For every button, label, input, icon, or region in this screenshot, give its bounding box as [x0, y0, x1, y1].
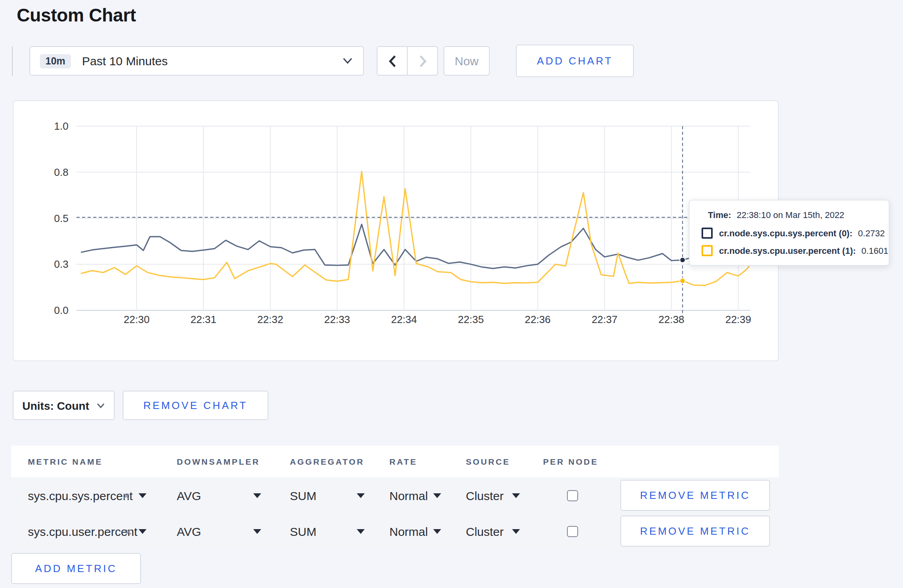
svg-text:1.0: 1.0	[54, 120, 68, 132]
chevron-left-icon	[388, 55, 396, 67]
metrics-table-rows: sys.cpu.sys.percent × AVG SUM Normal Clu…	[11, 477, 779, 549]
source-caret-icon[interactable]	[512, 529, 520, 533]
svg-text:22:37: 22:37	[592, 313, 618, 325]
units-select-label: Units: Count	[22, 399, 89, 412]
chart-crosshair	[76, 126, 751, 316]
page-title: Custom Chart	[17, 5, 136, 26]
rate-value[interactable]: Normal	[389, 524, 428, 538]
svg-text:22:31: 22:31	[190, 313, 216, 325]
rate-caret-icon[interactable]	[433, 529, 441, 533]
tooltip-series-value: 0.1601	[862, 246, 888, 255]
chart-tooltip: Time: 22:38:10 on Mar 15th, 2022 cr.node…	[689, 200, 889, 266]
remove-chart-button[interactable]: REMOVE CHART	[123, 391, 268, 420]
svg-text:22:32: 22:32	[257, 313, 283, 325]
tooltip-time-label: Time:	[708, 210, 731, 220]
svg-text:0.5: 0.5	[54, 212, 68, 224]
per-node-checkbox[interactable]	[567, 526, 578, 537]
chevron-down-icon	[96, 402, 105, 409]
metric-name-caret-icon[interactable]	[139, 529, 147, 533]
series-line-1	[81, 171, 749, 286]
chevron-down-icon	[342, 57, 353, 64]
time-window-badge: 10m	[40, 54, 71, 68]
chart-series	[81, 171, 749, 286]
svg-text:22:30: 22:30	[124, 313, 150, 325]
time-backward-button[interactable]	[377, 47, 407, 75]
remove-metric-button[interactable]: REMOVE METRIC	[620, 516, 770, 547]
header-source: SOURCE	[466, 457, 510, 466]
time-nav-group	[377, 46, 438, 76]
tooltip-series-value: 0.2732	[858, 228, 885, 238]
svg-text:22:34: 22:34	[391, 313, 417, 325]
rate-caret-icon[interactable]	[433, 493, 441, 498]
tooltip-time-value: 22:38:10 on Mar 15th, 2022	[737, 210, 844, 220]
aggregator-caret-icon[interactable]	[357, 529, 365, 533]
custom-chart-page: Custom Chart 10m Past 10 Minutes Now ADD…	[0, 0, 903, 588]
metric-row-user: sys.cpu.user.percent × AVG SUM Normal Cl…	[11, 513, 779, 549]
series-line-0	[81, 224, 749, 269]
crosshair-dot-1	[680, 278, 686, 284]
remove-metric-button[interactable]: REMOVE METRIC	[620, 480, 770, 511]
tooltip-series-label: cr.node.sys.cpu.user.percent (1):	[719, 246, 856, 255]
header-per-node: PER NODE	[543, 457, 598, 466]
cpu-percent-chart-canvas[interactable]: 0.00.30.50.81.022:3022:3122:3222:3322:34…	[14, 101, 780, 362]
svg-text:22:39: 22:39	[725, 313, 751, 325]
metrics-table-header: METRIC NAME DOWNSAMPLER AGGREGATOR RATE …	[11, 446, 779, 477]
metric-name-value[interactable]: sys.cpu.sys.percent	[28, 489, 133, 502]
crosshair-dot-0	[680, 257, 686, 263]
aggregator-value[interactable]: SUM	[290, 489, 317, 502]
time-window-select[interactable]: 10m Past 10 Minutes	[29, 46, 364, 76]
svg-text:0.0: 0.0	[54, 304, 68, 316]
metrics-table: METRIC NAME DOWNSAMPLER AGGREGATOR RATE …	[11, 446, 779, 549]
source-caret-icon[interactable]	[512, 493, 520, 498]
per-node-checkbox[interactable]	[567, 490, 578, 501]
source-value[interactable]: Cluster	[466, 489, 504, 502]
source-value[interactable]: Cluster	[466, 524, 504, 538]
downsampler-value[interactable]: AVG	[177, 489, 201, 502]
chart-card: 0.00.30.50.81.022:3022:3122:3222:3322:34…	[13, 100, 779, 361]
svg-text:22:35: 22:35	[458, 313, 484, 325]
header-aggregator: AGGREGATOR	[290, 457, 364, 466]
svg-text:0.3: 0.3	[54, 258, 68, 270]
toolbar-left-divider	[12, 46, 13, 76]
svg-text:22:36: 22:36	[525, 313, 551, 325]
now-button[interactable]: Now	[444, 46, 490, 76]
svg-text:22:38: 22:38	[659, 313, 684, 325]
time-forward-button[interactable]	[407, 47, 437, 75]
header-downsampler: DOWNSAMPLER	[177, 457, 260, 466]
series-user-legend-icon	[702, 245, 713, 256]
metric-name-value[interactable]: sys.cpu.user.percent	[28, 524, 137, 538]
series-sys-legend-icon	[702, 228, 713, 239]
aggregator-value[interactable]: SUM	[290, 524, 317, 538]
header-metric-name: METRIC NAME	[28, 457, 103, 466]
add-chart-button[interactable]: ADD CHART	[516, 45, 634, 77]
units-select[interactable]: Units: Count	[13, 391, 115, 420]
remove-tag-x-icon[interactable]: ×	[123, 489, 130, 501]
downsampler-caret-icon[interactable]	[253, 493, 261, 498]
rate-value[interactable]: Normal	[389, 489, 428, 502]
add-metric-button[interactable]: ADD METRIC	[11, 553, 141, 584]
chevron-right-icon	[418, 55, 426, 67]
downsampler-caret-icon[interactable]	[253, 529, 261, 533]
header-rate: RATE	[389, 457, 417, 466]
downsampler-value[interactable]: AVG	[177, 524, 201, 538]
tooltip-series-label: cr.node.sys.cpu.sys.percent (0):	[719, 228, 852, 238]
aggregator-caret-icon[interactable]	[357, 493, 365, 498]
chart-axis-labels: 0.00.30.50.81.022:3022:3122:3222:3322:34…	[54, 120, 751, 325]
remove-tag-x-icon[interactable]: ×	[125, 525, 132, 537]
time-window-label: Past 10 Minutes	[82, 54, 342, 68]
svg-text:22:33: 22:33	[324, 313, 350, 325]
metric-row-sys: sys.cpu.sys.percent × AVG SUM Normal Clu…	[11, 477, 779, 513]
metric-name-caret-icon[interactable]	[139, 493, 147, 498]
svg-text:0.8: 0.8	[54, 166, 68, 178]
